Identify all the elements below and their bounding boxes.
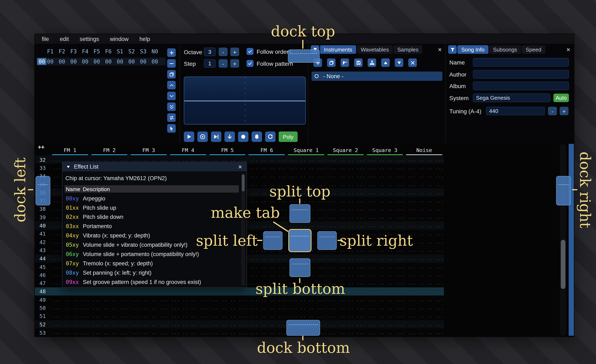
pattern-cell[interactable]: ... .. .. .... xyxy=(247,272,286,277)
order-edit-mode-button[interactable] xyxy=(167,124,176,132)
album-field[interactable] xyxy=(473,82,569,90)
pattern-cell[interactable]: ... .. .. .... xyxy=(405,322,444,327)
play-once-button[interactable] xyxy=(211,131,221,142)
pattern-cell[interactable]: ... .. .. .... xyxy=(326,256,365,261)
pattern-cell[interactable]: ... .. .. .... xyxy=(365,223,404,228)
channel-header-fm-5[interactable]: FM 5 xyxy=(208,146,247,155)
collapse-icon[interactable] xyxy=(66,165,71,169)
pattern-cell[interactable]: ... .. .. .... xyxy=(247,297,286,302)
pattern-cell[interactable]: ... .. .. .... xyxy=(405,206,444,212)
pattern-cell[interactable]: ... .. .. .... xyxy=(326,322,365,327)
pattern-cell[interactable]: ... .. .. .... xyxy=(365,165,404,170)
pattern-cell[interactable]: ... .. .. .... xyxy=(89,330,129,335)
orders-cell[interactable]: 00 xyxy=(114,58,126,65)
pattern-cell[interactable]: ... .. .. .... xyxy=(326,223,365,228)
channel-header-square-1[interactable]: Square 1 xyxy=(286,146,326,155)
pattern-cell[interactable]: ... .. .. .... xyxy=(365,173,404,179)
pattern-cell[interactable]: ... .. .. .... xyxy=(50,297,89,302)
pattern-cell[interactable]: ... .. .. .... xyxy=(247,264,286,269)
pattern-cell[interactable]: ... .. .. .... xyxy=(89,297,129,302)
play-button[interactable] xyxy=(184,131,194,142)
orders-cell[interactable]: 00 xyxy=(149,58,161,65)
poly-button[interactable]: Poly xyxy=(279,131,298,142)
octave-value[interactable]: 3 xyxy=(204,48,216,56)
tuning-decrement-button[interactable]: - xyxy=(548,107,557,115)
pattern-cell[interactable]: ... .. .. .... xyxy=(50,305,89,310)
pattern-cell[interactable]: ... .. .. .... xyxy=(208,305,247,310)
system-field[interactable]: Sega Genesis xyxy=(473,94,550,102)
tab-speed[interactable]: Speed xyxy=(522,45,545,54)
pattern-cell[interactable]: ... .. .. .... xyxy=(365,322,404,327)
pattern-cell[interactable]: ... .. .. .... xyxy=(89,305,129,310)
pattern-cell[interactable]: ... .. .. .... xyxy=(326,264,365,269)
order-add-button[interactable] xyxy=(167,48,176,57)
pattern-cell[interactable]: ... .. .. .... xyxy=(326,305,365,310)
pattern-cell[interactable]: ... .. .. .... xyxy=(326,297,365,302)
orders-cell[interactable]: 00 xyxy=(91,58,103,65)
pattern-cell[interactable]: ... .. .. .... xyxy=(365,264,404,269)
channel-header-fm-3[interactable]: FM 3 xyxy=(129,146,168,155)
channel-header-square-2[interactable]: Square 2 xyxy=(326,146,365,155)
orders-cell[interactable]: 00 xyxy=(56,58,68,65)
name-field[interactable] xyxy=(473,58,569,67)
pattern-cell[interactable]: ... .. .. .... xyxy=(405,157,444,162)
channel-header-noise[interactable]: Noise xyxy=(405,146,444,155)
order-move-down-button[interactable] xyxy=(167,92,176,100)
pattern-cell[interactable]: ... .. .. .... xyxy=(247,173,286,179)
pattern-cell[interactable]: ... .. .. .... xyxy=(208,297,247,302)
pattern-cell[interactable]: ... .. .. .... xyxy=(50,313,89,319)
pattern-cell[interactable]: ... .. .. .... xyxy=(208,322,247,327)
pattern-cell[interactable]: ... .. .. .... xyxy=(326,173,365,179)
pattern-cell[interactable]: ... .. .. .... xyxy=(326,214,365,220)
pattern-cell[interactable]: ... .. .. .... xyxy=(405,165,444,170)
metronome-button[interactable] xyxy=(252,131,262,142)
stop-button[interactable] xyxy=(238,131,248,142)
pattern-cell[interactable]: ... .. .. .... xyxy=(129,322,168,327)
channel-header-fm-2[interactable]: FM 2 xyxy=(89,146,129,155)
pattern-cell[interactable]: ... .. .. .... xyxy=(89,313,129,319)
pattern-cell[interactable]: ... .. .. .... xyxy=(405,256,444,261)
repeat-pattern-button[interactable] xyxy=(265,131,276,142)
order-change-all-button[interactable] xyxy=(167,113,176,122)
pattern-cell[interactable]: ... .. .. .... xyxy=(365,190,404,195)
order-duplicate-end-button[interactable] xyxy=(167,102,176,111)
follow-pattern-checkbox[interactable] xyxy=(246,60,253,67)
pattern-cell[interactable]: ... .. .. .... xyxy=(50,330,89,335)
pattern-cell[interactable]: ... .. .. .... xyxy=(247,313,286,319)
instruments-panel-close-button[interactable] xyxy=(436,46,443,53)
pattern-cell[interactable]: ... .. .. .... xyxy=(365,305,404,310)
instrument-open-button[interactable] xyxy=(341,58,349,67)
pattern-cell[interactable]: ... .. .. .... xyxy=(405,313,444,319)
pattern-cell[interactable]: ... .. .. .... xyxy=(326,190,365,195)
pattern-cell[interactable]: ... .. .. .... xyxy=(365,256,404,261)
instrument-list-item[interactable]: - None - xyxy=(312,72,442,81)
make-tab-target[interactable] xyxy=(288,229,312,252)
pattern-cell[interactable]: ... .. .. .... xyxy=(168,289,208,294)
tab-subsongs[interactable]: Subsongs xyxy=(489,45,521,54)
menu-item-settings[interactable]: settings xyxy=(74,36,104,42)
pattern-cell[interactable]: ... .. .. .... xyxy=(286,305,326,310)
octave-decrement-button[interactable]: - xyxy=(219,48,228,56)
pattern-cell[interactable]: ... .. .. .... xyxy=(326,313,365,319)
pattern-cell[interactable]: ... .. .. .... xyxy=(405,330,444,335)
orders-cell[interactable]: 00 xyxy=(103,58,114,65)
pattern-cell[interactable]: ... .. .. .... xyxy=(326,330,365,335)
dock-left-target[interactable] xyxy=(36,176,50,205)
octave-increment-button[interactable]: + xyxy=(230,48,239,56)
pattern-cell[interactable]: ... .. .. .... xyxy=(208,330,247,335)
pattern-cell[interactable]: ... .. .. .... xyxy=(365,289,404,294)
pattern-cell[interactable]: ... .. .. .... xyxy=(405,305,444,310)
pattern-cell[interactable]: ... .. .. .... xyxy=(365,297,404,302)
pattern-cell[interactable]: ... .. .. .... xyxy=(405,289,444,294)
orders-cell[interactable]: 00 xyxy=(45,58,56,65)
order-duplicate-button[interactable] xyxy=(167,70,176,78)
effect-list-scrollbar-thumb[interactable] xyxy=(242,174,244,191)
pattern-cell[interactable]: ... .. .. .... xyxy=(326,272,365,277)
orders-row[interactable]: 0000000000000000000000 xyxy=(37,58,166,65)
pattern-cell[interactable]: ... .. .. .... xyxy=(365,206,404,212)
channel-header-square-3[interactable]: Square 3 xyxy=(365,146,404,155)
play-song-button[interactable] xyxy=(197,131,208,142)
pattern-cell[interactable]: ... .. .. .... xyxy=(405,214,444,220)
pattern-cell[interactable]: ... .. .. .... xyxy=(326,198,365,204)
pattern-cell[interactable]: ... .. .. .... xyxy=(129,297,168,302)
